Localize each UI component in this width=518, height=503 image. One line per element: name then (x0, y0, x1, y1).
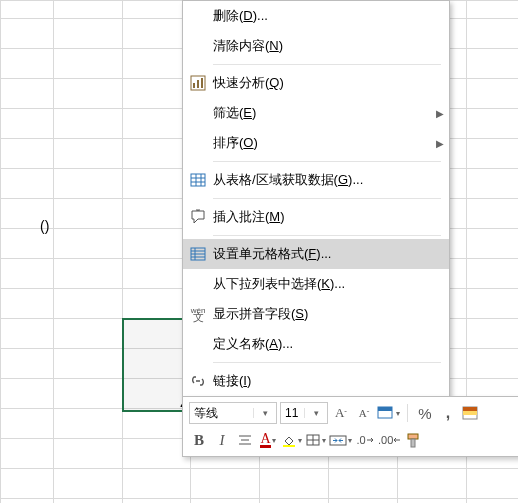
cell-styles-button[interactable]: ▾ (377, 403, 400, 423)
svg-rect-17 (463, 407, 477, 411)
menu-item-label: 链接(I) (213, 372, 431, 390)
context-menu: 删除(D)...清除内容(N)快速分析(Q)筛选(E)▶排序(O)▶从表格/区域… (182, 0, 450, 397)
merge-center-button[interactable]: ▾ (329, 430, 352, 450)
menu-item[interactable]: 链接(I) (183, 366, 449, 396)
font-color-button[interactable]: A▾ (258, 430, 278, 450)
svg-rect-4 (191, 174, 205, 186)
svg-rect-28 (411, 439, 415, 447)
menu-item-label: 删除(D)... (213, 7, 431, 25)
menu-item[interactable]: 定义名称(A)... (183, 329, 449, 359)
menu-item[interactable]: 从表格/区域获取数据(G)... (183, 165, 449, 195)
menu-separator (213, 362, 441, 363)
svg-rect-22 (283, 445, 295, 447)
svg-rect-18 (463, 411, 477, 415)
menu-item-label: 排序(O) (213, 134, 431, 152)
menu-item[interactable]: wén文显示拼音字段(S) (183, 299, 449, 329)
comma-style-button[interactable]: , (438, 403, 458, 423)
menu-separator (213, 161, 441, 162)
table-icon (183, 172, 213, 188)
cell-content: () (40, 218, 49, 234)
menu-separator (213, 235, 441, 236)
svg-rect-27 (408, 434, 418, 439)
svg-rect-3 (201, 78, 203, 88)
menu-item-label: 筛选(E) (213, 104, 431, 122)
decrease-decimal-button[interactable]: .00 (378, 430, 401, 450)
bold-button[interactable]: B (189, 430, 209, 450)
pinyin-icon: wén文 (183, 307, 213, 322)
svg-rect-26 (330, 436, 346, 445)
menu-separator (213, 198, 441, 199)
analyze-icon (183, 75, 213, 91)
menu-separator (213, 64, 441, 65)
chevron-down-icon[interactable]: ▾ (304, 408, 327, 418)
svg-rect-15 (378, 407, 392, 411)
fill-color-button[interactable]: ▾ (281, 430, 302, 450)
align-center-button[interactable] (235, 430, 255, 450)
link-icon (183, 373, 213, 389)
menu-item-label: 插入批注(M) (213, 208, 431, 226)
menu-item[interactable]: 插入批注(M) (183, 202, 449, 232)
menu-item[interactable]: 清除内容(N) (183, 31, 449, 61)
menu-item[interactable]: 设置单元格格式(F)... (183, 239, 449, 269)
increase-decimal-button[interactable]: .0 (355, 430, 375, 450)
percent-button[interactable]: % (415, 403, 435, 423)
conditional-format-button[interactable] (461, 403, 481, 423)
mini-toolbar: 等线 ▾ 11 ▾ Aˆ Aˇ ▾ % , B I A▾ ▾ ▾ (182, 396, 518, 457)
font-size-value: 11 (281, 406, 304, 420)
format-icon (183, 246, 213, 262)
menu-item-label: 设置单元格格式(F)... (213, 245, 431, 263)
menu-item-label: 定义名称(A)... (213, 335, 431, 353)
svg-rect-2 (197, 80, 199, 88)
comment-icon (183, 209, 213, 225)
menu-item-label: 从下拉列表中选择(K)... (213, 275, 431, 293)
submenu-arrow-icon: ▶ (431, 108, 449, 119)
submenu-arrow-icon: ▶ (431, 138, 449, 149)
menu-item[interactable]: 排序(O)▶ (183, 128, 449, 158)
menu-item[interactable]: 筛选(E)▶ (183, 98, 449, 128)
increase-font-button[interactable]: Aˆ (331, 403, 351, 423)
menu-item[interactable]: 删除(D)... (183, 1, 449, 31)
italic-button[interactable]: I (212, 430, 232, 450)
svg-rect-1 (193, 83, 195, 88)
menu-item[interactable]: 快速分析(Q) (183, 68, 449, 98)
decrease-font-button[interactable]: Aˇ (354, 403, 374, 423)
chevron-down-icon[interactable]: ▾ (253, 408, 276, 418)
borders-button[interactable]: ▾ (305, 430, 326, 450)
menu-item-label: 从表格/区域获取数据(G)... (213, 171, 431, 189)
menu-item-label: 清除内容(N) (213, 37, 431, 55)
font-size-combo[interactable]: 11 ▾ (280, 402, 328, 424)
font-name-value: 等线 (190, 405, 253, 422)
font-name-combo[interactable]: 等线 ▾ (189, 402, 277, 424)
menu-item-label: 快速分析(Q) (213, 74, 431, 92)
menu-item-label: 显示拼音字段(S) (213, 305, 431, 323)
menu-item[interactable]: 从下拉列表中选择(K)... (183, 269, 449, 299)
format-painter-button[interactable] (404, 430, 424, 450)
